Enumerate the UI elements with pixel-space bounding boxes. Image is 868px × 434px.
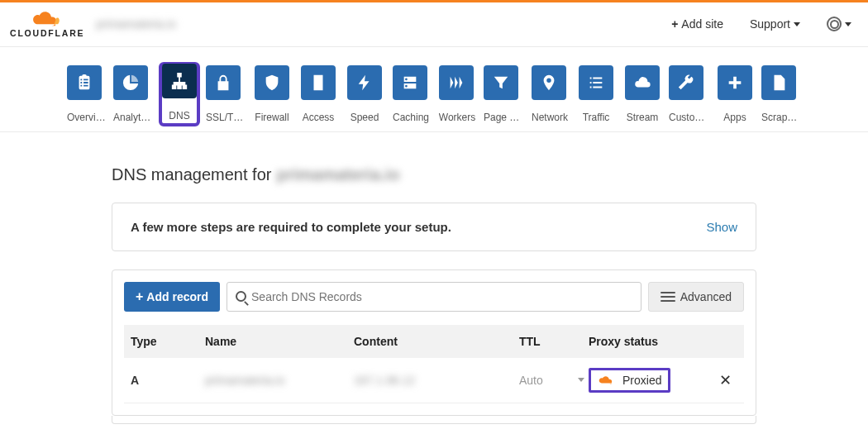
nav-item-traffic[interactable]: Traffic [576, 65, 616, 123]
cloudflare-logo[interactable]: CLOUDFLARE [10, 11, 84, 38]
bolt-icon [347, 65, 382, 100]
doc-icon [761, 65, 796, 100]
chevron-down-icon [578, 378, 584, 382]
page-title: DNS management for primamateria.io [112, 165, 756, 184]
nav-label: Traffic [579, 112, 613, 123]
dns-table-header: Type Name Content TTL Proxy status [124, 325, 744, 358]
nav-item-analytics[interactable]: Analytics [113, 65, 153, 123]
nav-label: Stream [625, 112, 660, 123]
nav-item-page-rules[interactable]: Page Rules [484, 65, 523, 123]
info-banner-show-link[interactable]: Show [706, 220, 737, 234]
pin-icon [532, 65, 566, 100]
drive-icon [393, 65, 427, 100]
nav-item-firewall[interactable]: Firewall [252, 65, 292, 123]
col-proxy: Proxy status [589, 335, 713, 348]
brand-word: CLOUDFLARE [10, 29, 84, 38]
nav-label: Custom P… [669, 112, 708, 123]
list-icon [661, 296, 675, 298]
dns-panel: + Add record Advanced Type Name Content … [112, 269, 756, 416]
support-menu[interactable]: Support [750, 17, 800, 31]
search-dns-box[interactable] [227, 282, 641, 312]
cloud-icon [31, 11, 64, 27]
advanced-button[interactable]: Advanced [648, 282, 744, 312]
shield-icon [255, 65, 289, 100]
nav-label: Speed [347, 112, 382, 123]
nav-item-speed[interactable]: Speed [345, 65, 384, 123]
cloud-proxy-icon [598, 374, 616, 386]
add-site-label: Add site [681, 17, 723, 31]
nav-item-ssl-tls[interactable]: SSL/TLS [206, 65, 246, 123]
main-content: DNS management for primamateria.io A few… [103, 165, 765, 424]
advanced-label: Advanced [680, 290, 732, 303]
nav-label: Network [532, 112, 568, 123]
panel-below [112, 416, 756, 424]
user-icon [827, 17, 842, 31]
nav-item-apps[interactable]: Apps [715, 65, 755, 123]
sitemap-icon [162, 64, 197, 98]
col-ttl: TTL [519, 335, 589, 348]
nav-label: Caching [393, 112, 429, 123]
funnel-icon [484, 65, 518, 100]
add-site-button[interactable]: +Add site [671, 17, 723, 31]
nav-icon-bar: OverviewAnalyticsDNSSSL/TLSFirewallAcces… [0, 47, 868, 132]
account-menu[interactable] [827, 17, 851, 31]
dns-table-body: Aprimamateria.io167.1.96.12AutoProxied✕ [124, 358, 744, 403]
nav-item-workers[interactable]: Workers [437, 65, 477, 123]
chevron-down-icon [845, 22, 851, 26]
list-icon [579, 65, 613, 100]
nav-label: SSL/TLS [206, 112, 246, 123]
col-name: Name [205, 335, 354, 348]
workers-icon [439, 65, 474, 100]
nav-label: Overview [67, 112, 107, 123]
table-row[interactable]: Aprimamateria.io167.1.96.12AutoProxied✕ [124, 358, 744, 403]
nav-item-stream[interactable]: Stream [622, 65, 662, 123]
add-record-button[interactable]: + Add record [124, 282, 220, 312]
wrench-icon [669, 65, 703, 100]
lock-icon [206, 65, 241, 100]
nav-label: Analytics [113, 112, 153, 123]
support-label: Support [750, 17, 790, 31]
info-banner-message: A few more steps are required to complet… [131, 220, 451, 234]
nav-label: Page Rules [484, 112, 523, 123]
search-input[interactable] [246, 283, 632, 311]
chevron-down-icon [794, 22, 800, 26]
clipboard-icon [67, 65, 102, 100]
cell-name: primamateria.io [205, 374, 354, 387]
col-type: Type [131, 335, 205, 348]
cell-ttl[interactable]: Auto [519, 374, 589, 387]
nav-label: Firewall [255, 112, 289, 123]
nav-label: Scrape S… [761, 112, 801, 123]
cell-type: A [131, 374, 205, 387]
nav-item-custom-p-[interactable]: Custom P… [669, 65, 708, 123]
nav-item-scrape-s-[interactable]: Scrape S… [761, 65, 801, 123]
search-icon [236, 291, 246, 302]
setup-info-banner: A few more steps are required to complet… [112, 203, 756, 251]
dns-controls-row: + Add record Advanced [124, 282, 744, 312]
site-name-blurred[interactable]: primamateria.io [96, 17, 175, 31]
page-title-prefix: DNS management for [112, 165, 271, 184]
nav-item-dns[interactable]: DNS [160, 65, 199, 123]
cloud-icon [625, 65, 660, 100]
cell-content: 167.1.96.12 [354, 374, 519, 387]
page-title-domain: primamateria.io [276, 165, 399, 184]
nav-label: DNS [162, 110, 197, 122]
delete-row-button[interactable]: ✕ [713, 371, 737, 389]
nav-item-network[interactable]: Network [530, 65, 570, 123]
nav-item-overview[interactable]: Overview [67, 65, 107, 123]
nav-label: Workers [439, 112, 475, 123]
nav-item-access[interactable]: Access [298, 65, 338, 123]
nav-label: Access [301, 112, 336, 123]
add-record-label: Add record [146, 290, 208, 303]
nav-item-caching[interactable]: Caching [391, 65, 431, 123]
nav-label: Apps [718, 112, 752, 123]
pie-icon [113, 65, 148, 100]
col-content: Content [354, 335, 519, 348]
plus-icon [718, 65, 752, 100]
cell-proxy[interactable]: Proxied [589, 368, 713, 393]
header-bar: CLOUDFLARE primamateria.io +Add site Sup… [0, 2, 868, 47]
door-icon [301, 65, 336, 100]
